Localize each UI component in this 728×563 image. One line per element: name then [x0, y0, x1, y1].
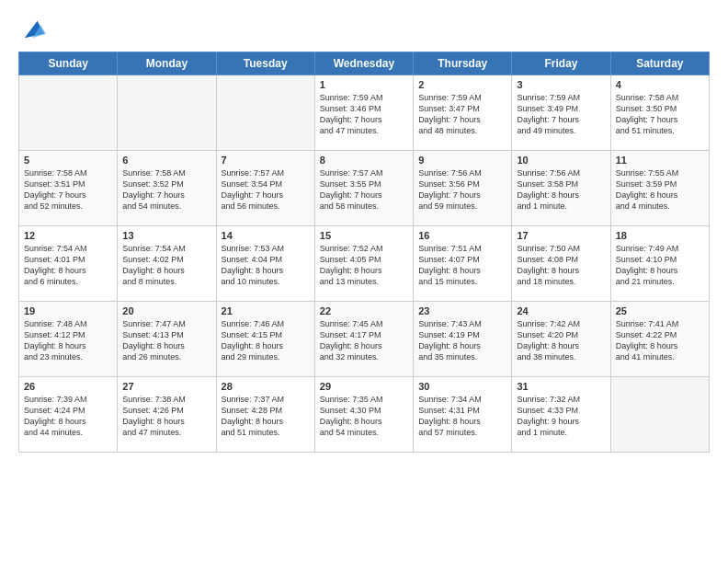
- calendar-cell: 26Sunrise: 7:39 AMSunset: 4:24 PMDayligh…: [19, 377, 118, 453]
- calendar-cell: 14Sunrise: 7:53 AMSunset: 4:04 PMDayligh…: [216, 226, 314, 302]
- calendar-table: SundayMondayTuesdayWednesdayThursdayFrid…: [18, 52, 710, 453]
- day-info: Sunrise: 7:37 AMSunset: 4:28 PMDaylight:…: [222, 394, 310, 439]
- day-info: Sunrise: 7:32 AMSunset: 4:33 PMDaylight:…: [517, 394, 605, 439]
- calendar-cell: 13Sunrise: 7:54 AMSunset: 4:02 PMDayligh…: [118, 226, 216, 302]
- calendar-cell: 7Sunrise: 7:57 AMSunset: 3:54 PMDaylight…: [216, 151, 314, 226]
- day-info: Sunrise: 7:50 AMSunset: 4:08 PMDaylight:…: [517, 243, 605, 288]
- calendar-cell: 1Sunrise: 7:59 AMSunset: 3:46 PMDaylight…: [314, 75, 413, 151]
- calendar-cell: 18Sunrise: 7:49 AMSunset: 4:10 PMDayligh…: [610, 226, 709, 302]
- calendar-cell: 21Sunrise: 7:46 AMSunset: 4:15 PMDayligh…: [216, 302, 314, 377]
- logo-icon: [20, 17, 46, 42]
- day-info: Sunrise: 7:57 AMSunset: 3:54 PMDaylight:…: [222, 167, 310, 213]
- day-of-week-thursday: Thursday: [414, 52, 512, 75]
- day-info: Sunrise: 7:47 AMSunset: 4:13 PMDaylight:…: [122, 318, 210, 363]
- day-number: 8: [320, 155, 408, 166]
- calendar-cell: [610, 377, 709, 453]
- day-number: 23: [418, 305, 506, 316]
- day-info: Sunrise: 7:52 AMSunset: 4:05 PMDaylight:…: [320, 243, 408, 288]
- calendar-cell: 23Sunrise: 7:43 AMSunset: 4:19 PMDayligh…: [414, 302, 512, 377]
- day-info: Sunrise: 7:38 AMSunset: 4:26 PMDaylight:…: [122, 394, 210, 439]
- calendar-cell: 10Sunrise: 7:56 AMSunset: 3:58 PMDayligh…: [512, 151, 610, 226]
- day-info: Sunrise: 7:45 AMSunset: 4:17 PMDaylight:…: [320, 318, 408, 363]
- day-info: Sunrise: 7:59 AMSunset: 3:49 PMDaylight:…: [517, 92, 605, 137]
- calendar-cell: 8Sunrise: 7:57 AMSunset: 3:55 PMDaylight…: [314, 151, 413, 226]
- calendar-week-3: 12Sunrise: 7:54 AMSunset: 4:01 PMDayligh…: [19, 226, 710, 302]
- day-number: 15: [320, 230, 408, 241]
- header: [18, 17, 710, 42]
- day-number: 20: [122, 305, 210, 316]
- day-number: 2: [418, 79, 506, 90]
- day-number: 24: [517, 305, 605, 316]
- day-info: Sunrise: 7:59 AMSunset: 3:46 PMDaylight:…: [320, 92, 408, 137]
- day-info: Sunrise: 7:55 AMSunset: 3:59 PMDaylight:…: [616, 167, 704, 213]
- calendar-header-row: SundayMondayTuesdayWednesdayThursdayFrid…: [19, 52, 710, 75]
- day-number: 11: [616, 155, 704, 166]
- calendar-cell: 12Sunrise: 7:54 AMSunset: 4:01 PMDayligh…: [19, 226, 118, 302]
- day-info: Sunrise: 7:49 AMSunset: 4:10 PMDaylight:…: [616, 243, 704, 288]
- day-info: Sunrise: 7:56 AMSunset: 3:56 PMDaylight:…: [418, 167, 506, 213]
- logo: [18, 17, 46, 42]
- calendar-cell: 2Sunrise: 7:59 AMSunset: 3:47 PMDaylight…: [414, 75, 512, 151]
- calendar-cell: [19, 75, 118, 151]
- calendar-cell: 24Sunrise: 7:42 AMSunset: 4:20 PMDayligh…: [512, 302, 610, 377]
- day-info: Sunrise: 7:51 AMSunset: 4:07 PMDaylight:…: [418, 243, 506, 288]
- calendar-cell: 20Sunrise: 7:47 AMSunset: 4:13 PMDayligh…: [118, 302, 216, 377]
- day-number: 13: [122, 230, 210, 241]
- day-number: 22: [320, 305, 408, 316]
- day-number: 18: [616, 230, 704, 241]
- day-number: 19: [24, 305, 112, 316]
- calendar-cell: 15Sunrise: 7:52 AMSunset: 4:05 PMDayligh…: [314, 226, 413, 302]
- calendar-cell: 31Sunrise: 7:32 AMSunset: 4:33 PMDayligh…: [512, 377, 610, 453]
- day-number: 25: [616, 305, 704, 316]
- day-info: Sunrise: 7:43 AMSunset: 4:19 PMDaylight:…: [418, 318, 506, 363]
- day-of-week-tuesday: Tuesday: [216, 52, 314, 75]
- calendar-cell: 28Sunrise: 7:37 AMSunset: 4:28 PMDayligh…: [216, 377, 314, 453]
- day-info: Sunrise: 7:48 AMSunset: 4:12 PMDaylight:…: [24, 318, 112, 363]
- day-number: 3: [517, 79, 605, 90]
- calendar-week-1: 1Sunrise: 7:59 AMSunset: 3:46 PMDaylight…: [19, 75, 710, 151]
- day-number: 10: [517, 155, 605, 166]
- calendar-cell: 17Sunrise: 7:50 AMSunset: 4:08 PMDayligh…: [512, 226, 610, 302]
- day-number: 12: [24, 230, 112, 241]
- day-number: 6: [122, 155, 210, 166]
- calendar-cell: 11Sunrise: 7:55 AMSunset: 3:59 PMDayligh…: [610, 151, 709, 226]
- calendar-cell: 30Sunrise: 7:34 AMSunset: 4:31 PMDayligh…: [414, 377, 512, 453]
- day-number: 5: [24, 155, 112, 166]
- calendar-cell: 6Sunrise: 7:58 AMSunset: 3:52 PMDaylight…: [118, 151, 216, 226]
- day-info: Sunrise: 7:58 AMSunset: 3:51 PMDaylight:…: [24, 167, 112, 213]
- day-info: Sunrise: 7:41 AMSunset: 4:22 PMDaylight:…: [616, 318, 704, 363]
- calendar-cell: 22Sunrise: 7:45 AMSunset: 4:17 PMDayligh…: [314, 302, 413, 377]
- day-number: 1: [320, 79, 408, 90]
- day-info: Sunrise: 7:54 AMSunset: 4:01 PMDaylight:…: [24, 243, 112, 288]
- day-of-week-saturday: Saturday: [610, 52, 709, 75]
- day-number: 9: [418, 155, 506, 166]
- day-number: 27: [122, 381, 210, 392]
- calendar-week-4: 19Sunrise: 7:48 AMSunset: 4:12 PMDayligh…: [19, 302, 710, 377]
- day-of-week-sunday: Sunday: [19, 52, 118, 75]
- calendar-cell: 25Sunrise: 7:41 AMSunset: 4:22 PMDayligh…: [610, 302, 709, 377]
- day-of-week-monday: Monday: [118, 52, 216, 75]
- calendar-cell: 5Sunrise: 7:58 AMSunset: 3:51 PMDaylight…: [19, 151, 118, 226]
- day-of-week-wednesday: Wednesday: [314, 52, 413, 75]
- calendar-cell: [216, 75, 314, 151]
- day-number: 4: [616, 79, 704, 90]
- day-number: 29: [320, 381, 408, 392]
- day-info: Sunrise: 7:56 AMSunset: 3:58 PMDaylight:…: [517, 167, 605, 213]
- day-of-week-friday: Friday: [512, 52, 610, 75]
- day-number: 7: [222, 155, 310, 166]
- day-number: 21: [222, 305, 310, 316]
- calendar-week-2: 5Sunrise: 7:58 AMSunset: 3:51 PMDaylight…: [19, 151, 710, 226]
- calendar-cell: 27Sunrise: 7:38 AMSunset: 4:26 PMDayligh…: [118, 377, 216, 453]
- day-info: Sunrise: 7:58 AMSunset: 3:50 PMDaylight:…: [616, 92, 704, 137]
- calendar-cell: 19Sunrise: 7:48 AMSunset: 4:12 PMDayligh…: [19, 302, 118, 377]
- calendar-page: SundayMondayTuesdayWednesdayThursdayFrid…: [0, 0, 728, 563]
- day-info: Sunrise: 7:57 AMSunset: 3:55 PMDaylight:…: [320, 167, 408, 213]
- day-number: 31: [517, 381, 605, 392]
- day-info: Sunrise: 7:54 AMSunset: 4:02 PMDaylight:…: [122, 243, 210, 288]
- calendar-cell: 16Sunrise: 7:51 AMSunset: 4:07 PMDayligh…: [414, 226, 512, 302]
- calendar-cell: 9Sunrise: 7:56 AMSunset: 3:56 PMDaylight…: [414, 151, 512, 226]
- day-info: Sunrise: 7:39 AMSunset: 4:24 PMDaylight:…: [24, 394, 112, 439]
- day-number: 28: [222, 381, 310, 392]
- day-number: 16: [418, 230, 506, 241]
- calendar-week-5: 26Sunrise: 7:39 AMSunset: 4:24 PMDayligh…: [19, 377, 710, 453]
